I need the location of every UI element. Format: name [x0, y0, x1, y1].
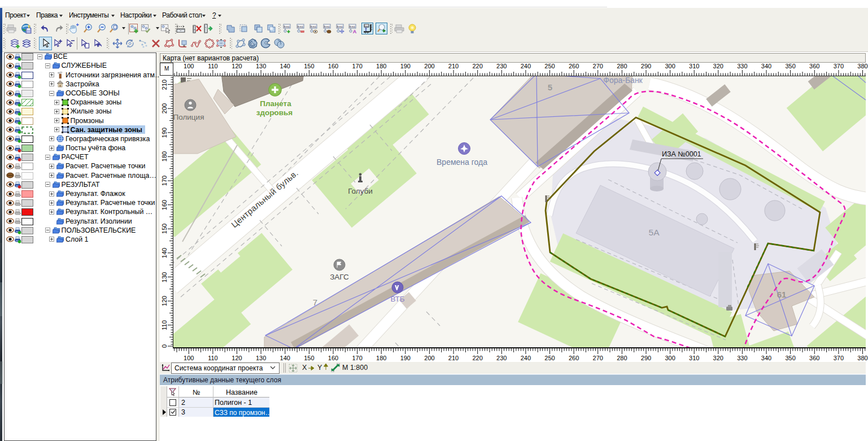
svg-text:Планета: Планета: [260, 99, 291, 108]
svg-text:A: A: [353, 29, 357, 34]
svg-text:здоровья: здоровья: [256, 108, 293, 117]
svg-text:5: 5: [548, 82, 552, 92]
svg-text:Времена года: Времена года: [437, 158, 487, 167]
svg-text:ИЗА №0001: ИЗА №0001: [662, 150, 701, 158]
svg-text:bxc: bxc: [350, 25, 356, 29]
svg-text:bxc: bxc: [284, 25, 290, 29]
svg-text:ВТБ: ВТБ: [390, 295, 404, 303]
svg-text:bxc: bxc: [324, 25, 330, 29]
svg-text:bxc: bxc: [311, 25, 317, 29]
svg-text:bxc: bxc: [298, 25, 304, 29]
svg-text:Полиция: Полиция: [173, 113, 204, 121]
svg-text:61: 61: [777, 290, 787, 299]
svg-text:Голуби: Голуби: [348, 187, 373, 195]
svg-text:7: 7: [313, 298, 317, 307]
svg-text:ЗАГС: ЗАГС: [330, 273, 349, 281]
svg-text:bxc: bxc: [337, 25, 343, 29]
svg-text:Фора-Банк: Фора-Банк: [603, 76, 643, 85]
svg-text:5А: 5А: [649, 228, 660, 237]
svg-text:bxc: bxc: [364, 25, 368, 28]
